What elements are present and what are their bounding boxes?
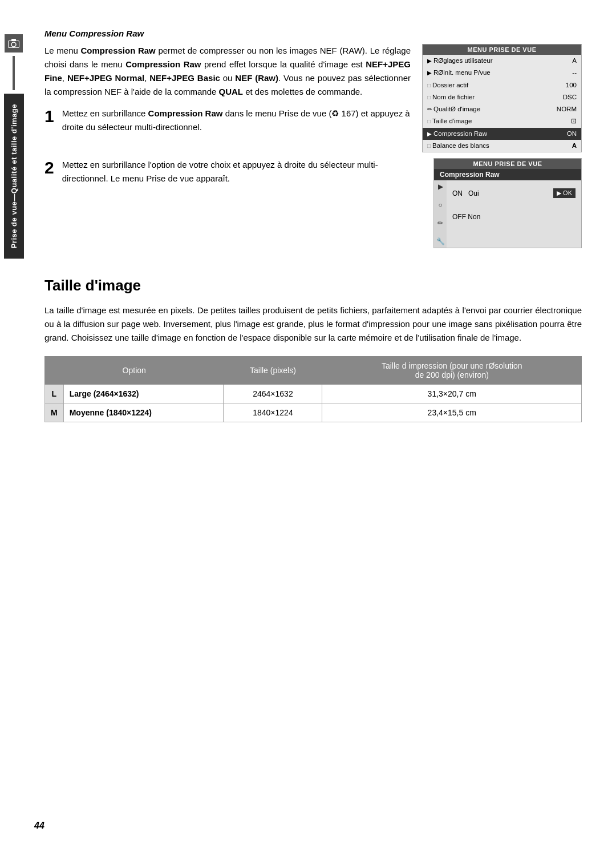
menu2-icon-lens: ○ bbox=[438, 201, 442, 209]
menu1-row-8: □Balance des blancs A bbox=[423, 140, 581, 152]
taille-pixels-large: 2464×1632 bbox=[224, 385, 322, 403]
menu2-option-off-label: OFF Non bbox=[452, 213, 480, 221]
step-2-number: 2 bbox=[44, 159, 54, 176]
page-number: 44 bbox=[34, 821, 44, 831]
step-1-row: 1 Mettez en surbrillance Compression Raw… bbox=[44, 107, 411, 134]
menu1-row-3: □Dossier actif 100 bbox=[423, 79, 581, 91]
taille-impression-large: 31,3×20,7 cm bbox=[322, 385, 582, 403]
sidebar-tab-label: Prise de vue—Qualité et taille d'image bbox=[4, 94, 24, 259]
menu2-options-area: ON Oui ▶ OK OFF Non bbox=[447, 180, 581, 248]
option-name-large: Large (2464×1632) bbox=[63, 385, 224, 403]
taille-impression-moyenne: 23,4×15,5 cm bbox=[322, 403, 582, 422]
menu2-header: Compression Raw bbox=[434, 169, 581, 180]
image-size-table: Option Taille (pixels) Taille d impressi… bbox=[44, 356, 582, 422]
main-content: Menu Compression Raw MENU PRISE DE VUE ▶… bbox=[27, 0, 616, 848]
camera-icon bbox=[5, 34, 23, 53]
menu1-row-4: □Nom de fichier DSC bbox=[423, 91, 581, 103]
menu2-icon-camera: ▶ bbox=[438, 183, 443, 191]
row-label-l: L bbox=[45, 385, 64, 403]
section2-heading: Taille d'image bbox=[44, 277, 582, 294]
menu2-side-icons: ▶ ○ ✏ 🔧 bbox=[434, 180, 447, 248]
step-2-content: Mettez en surbrillance l'option de votre… bbox=[62, 158, 422, 185]
step2-section: MENU PRISE DE VUE Compression Raw ▶ ○ ✏ … bbox=[44, 158, 582, 254]
section-title: Menu Compression Raw bbox=[44, 29, 582, 38]
menu2-icon-user: 🔧 bbox=[436, 237, 445, 245]
menu1-row-7-highlighted: ▶Compression Raw ON bbox=[423, 128, 581, 140]
menu1-row-2: ▶RØinit. menu P/vue -- bbox=[423, 67, 581, 79]
sidebar-line bbox=[13, 56, 15, 90]
taille-pixels-moyenne: 1840×1224 bbox=[224, 403, 322, 422]
row-label-m: M bbox=[45, 403, 64, 422]
step-2-row: 2 Mettez en surbrillance l'option de vot… bbox=[44, 158, 422, 185]
step-1-number: 1 bbox=[44, 108, 54, 125]
table-row-moyenne: M Moyenne (1840×1224) 1840×1224 23,4×15,… bbox=[45, 403, 582, 422]
menu-screenshot-1: MENU PRISE DE VUE ▶RØglages utilisateur … bbox=[422, 44, 582, 152]
sidebar: Prise de vue—Qualité et taille d'image bbox=[0, 0, 27, 848]
table-header-taille-pixels: Taille (pixels) bbox=[224, 357, 322, 385]
svg-rect-3 bbox=[11, 39, 16, 41]
table-header-option: Option bbox=[45, 357, 224, 385]
ok-badge: ▶ OK bbox=[553, 188, 576, 198]
section2-body: La taille d'image est mesurée en pixels.… bbox=[44, 304, 582, 345]
menu1-row-6: □Taille d'image ⊡ bbox=[423, 115, 581, 127]
step-1-content: Mettez en surbrillance Compression Raw d… bbox=[62, 107, 411, 134]
step-1-text: Mettez en surbrillance Compression Raw d… bbox=[62, 107, 411, 134]
table-header-impression: Taille d impression (pour une rØsolution… bbox=[322, 357, 582, 385]
menu1-row-5: ✏QualitØ d'image NORM bbox=[423, 103, 581, 115]
option-name-moyenne: Moyenne (1840×1224) bbox=[63, 403, 224, 422]
menu2-option-on: ON Oui ▶ OK bbox=[452, 185, 576, 201]
menu2-option-on-label: ON Oui bbox=[452, 189, 479, 197]
menu2-spacer bbox=[452, 201, 576, 209]
step-2-text: Mettez en surbrillance l'option de votre… bbox=[62, 158, 422, 185]
menu1-row-1: ▶RØglages utilisateur A bbox=[423, 55, 581, 67]
menu-screenshot-2: MENU PRISE DE VUE Compression Raw ▶ ○ ✏ … bbox=[433, 158, 582, 248]
menu2-icon-pencil: ✏ bbox=[437, 219, 443, 227]
menu2-option-off: OFF Non bbox=[452, 209, 576, 224]
menu2-body-area: ▶ ○ ✏ 🔧 ON Oui ▶ OK bbox=[434, 180, 581, 248]
table-row-large: L Large (2464×1632) 2464×1632 31,3×20,7 … bbox=[45, 385, 582, 403]
menu1-title: MENU PRISE DE VUE bbox=[423, 45, 581, 55]
step1-section: MENU PRISE DE VUE ▶RØglages utilisateur … bbox=[44, 44, 582, 158]
menu2-title: MENU PRISE DE VUE bbox=[434, 159, 581, 169]
